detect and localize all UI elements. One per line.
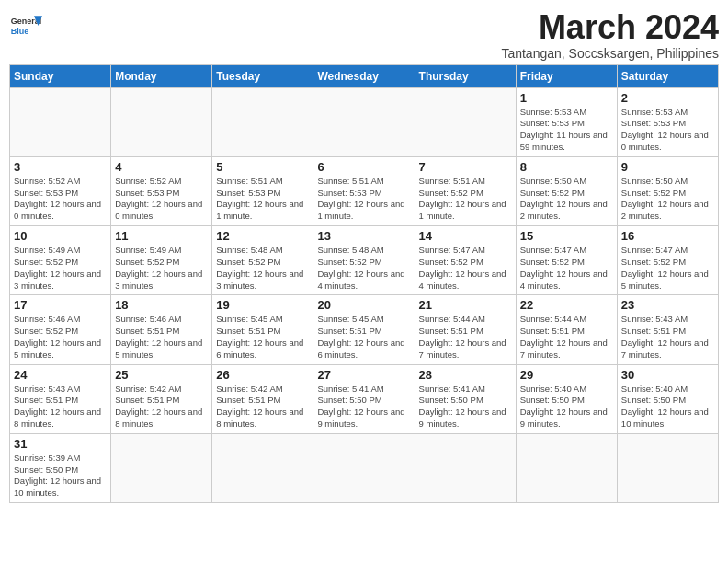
header-sunday: Sunday — [10, 64, 111, 87]
calendar-week-row: 10Sunrise: 5:49 AM Sunset: 5:52 PM Dayli… — [10, 226, 719, 295]
day-info: Sunrise: 5:40 AM Sunset: 5:50 PM Dayligh… — [621, 384, 714, 431]
day-info: Sunrise: 5:51 AM Sunset: 5:53 PM Dayligh… — [216, 176, 309, 223]
calendar-week-row: 31Sunrise: 5:39 AM Sunset: 5:50 PM Dayli… — [10, 433, 719, 502]
calendar-table: Sunday Monday Tuesday Wednesday Thursday… — [9, 64, 719, 504]
day-info: Sunrise: 5:45 AM Sunset: 5:51 PM Dayligh… — [317, 314, 410, 361]
day-info: Sunrise: 5:42 AM Sunset: 5:51 PM Dayligh… — [115, 384, 208, 431]
table-row: 26Sunrise: 5:42 AM Sunset: 5:51 PM Dayli… — [212, 364, 313, 433]
day-info: Sunrise: 5:47 AM Sunset: 5:52 PM Dayligh… — [621, 245, 714, 292]
day-number: 5 — [216, 160, 309, 174]
table-row — [212, 87, 313, 156]
calendar-week-row: 17Sunrise: 5:46 AM Sunset: 5:52 PM Dayli… — [10, 295, 719, 364]
day-info: Sunrise: 5:45 AM Sunset: 5:51 PM Dayligh… — [216, 314, 309, 361]
day-number: 26 — [216, 368, 309, 382]
day-number: 17 — [14, 298, 107, 312]
table-row: 3Sunrise: 5:52 AM Sunset: 5:53 PM Daylig… — [10, 156, 111, 225]
table-row: 20Sunrise: 5:45 AM Sunset: 5:51 PM Dayli… — [313, 295, 415, 364]
month-title: March 2024 — [501, 9, 719, 46]
day-number: 10 — [14, 229, 107, 243]
header-wednesday: Wednesday — [313, 64, 415, 87]
day-number: 2 — [621, 91, 714, 105]
day-info: Sunrise: 5:43 AM Sunset: 5:51 PM Dayligh… — [14, 384, 107, 431]
table-row: 11Sunrise: 5:49 AM Sunset: 5:52 PM Dayli… — [111, 226, 212, 295]
table-row: 16Sunrise: 5:47 AM Sunset: 5:52 PM Dayli… — [617, 226, 718, 295]
table-row — [415, 87, 516, 156]
day-number: 13 — [317, 229, 410, 243]
table-row: 12Sunrise: 5:48 AM Sunset: 5:52 PM Dayli… — [212, 226, 313, 295]
table-row: 28Sunrise: 5:41 AM Sunset: 5:50 PM Dayli… — [415, 364, 516, 433]
day-number: 21 — [419, 298, 512, 312]
table-row: 21Sunrise: 5:44 AM Sunset: 5:51 PM Dayli… — [415, 295, 516, 364]
calendar-week-row: 1Sunrise: 5:53 AM Sunset: 5:53 PM Daylig… — [10, 87, 719, 156]
table-row — [313, 433, 415, 502]
day-info: Sunrise: 5:43 AM Sunset: 5:51 PM Dayligh… — [621, 314, 714, 361]
day-info: Sunrise: 5:48 AM Sunset: 5:52 PM Dayligh… — [317, 245, 410, 292]
table-row — [111, 87, 212, 156]
day-number: 31 — [14, 437, 107, 451]
table-row: 13Sunrise: 5:48 AM Sunset: 5:52 PM Dayli… — [313, 226, 415, 295]
header: General Blue March 2024 Tantangan, Soccs… — [9, 9, 719, 61]
day-number: 19 — [216, 298, 309, 312]
table-row: 10Sunrise: 5:49 AM Sunset: 5:52 PM Dayli… — [10, 226, 111, 295]
table-row — [212, 433, 313, 502]
calendar-week-row: 24Sunrise: 5:43 AM Sunset: 5:51 PM Dayli… — [10, 364, 719, 433]
day-info: Sunrise: 5:40 AM Sunset: 5:50 PM Dayligh… — [520, 384, 613, 431]
day-info: Sunrise: 5:44 AM Sunset: 5:51 PM Dayligh… — [419, 314, 512, 361]
day-number: 29 — [520, 368, 613, 382]
table-row: 27Sunrise: 5:41 AM Sunset: 5:50 PM Dayli… — [313, 364, 415, 433]
table-row: 22Sunrise: 5:44 AM Sunset: 5:51 PM Dayli… — [516, 295, 617, 364]
day-info: Sunrise: 5:53 AM Sunset: 5:53 PM Dayligh… — [621, 107, 714, 154]
table-row — [10, 87, 111, 156]
logo: General Blue — [9, 9, 42, 42]
table-row: 1Sunrise: 5:53 AM Sunset: 5:53 PM Daylig… — [516, 87, 617, 156]
header-saturday: Saturday — [617, 64, 718, 87]
day-info: Sunrise: 5:52 AM Sunset: 5:53 PM Dayligh… — [14, 176, 107, 223]
table-row: 29Sunrise: 5:40 AM Sunset: 5:50 PM Dayli… — [516, 364, 617, 433]
table-row: 17Sunrise: 5:46 AM Sunset: 5:52 PM Dayli… — [10, 295, 111, 364]
day-info: Sunrise: 5:42 AM Sunset: 5:51 PM Dayligh… — [216, 384, 309, 431]
table-row — [313, 87, 415, 156]
header-monday: Monday — [111, 64, 212, 87]
day-info: Sunrise: 5:53 AM Sunset: 5:53 PM Dayligh… — [520, 107, 613, 154]
day-number: 7 — [419, 160, 512, 174]
day-info: Sunrise: 5:49 AM Sunset: 5:52 PM Dayligh… — [14, 245, 107, 292]
day-number: 3 — [14, 160, 107, 174]
day-number: 12 — [216, 229, 309, 243]
table-row: 4Sunrise: 5:52 AM Sunset: 5:53 PM Daylig… — [111, 156, 212, 225]
day-number: 20 — [317, 298, 410, 312]
table-row: 8Sunrise: 5:50 AM Sunset: 5:52 PM Daylig… — [516, 156, 617, 225]
day-info: Sunrise: 5:46 AM Sunset: 5:52 PM Dayligh… — [14, 314, 107, 361]
day-number: 24 — [14, 368, 107, 382]
table-row: 14Sunrise: 5:47 AM Sunset: 5:52 PM Dayli… — [415, 226, 516, 295]
day-number: 22 — [520, 298, 613, 312]
header-friday: Friday — [516, 64, 617, 87]
table-row: 6Sunrise: 5:51 AM Sunset: 5:53 PM Daylig… — [313, 156, 415, 225]
table-row: 31Sunrise: 5:39 AM Sunset: 5:50 PM Dayli… — [10, 433, 111, 502]
day-number: 6 — [317, 160, 410, 174]
location-subtitle: Tantangan, Soccsksargen, Philippines — [501, 46, 719, 61]
day-info: Sunrise: 5:52 AM Sunset: 5:53 PM Dayligh… — [115, 176, 208, 223]
day-number: 9 — [621, 160, 714, 174]
day-info: Sunrise: 5:41 AM Sunset: 5:50 PM Dayligh… — [317, 384, 410, 431]
table-row: 15Sunrise: 5:47 AM Sunset: 5:52 PM Dayli… — [516, 226, 617, 295]
table-row — [617, 433, 718, 502]
day-info: Sunrise: 5:47 AM Sunset: 5:52 PM Dayligh… — [520, 245, 613, 292]
table-row: 25Sunrise: 5:42 AM Sunset: 5:51 PM Dayli… — [111, 364, 212, 433]
header-tuesday: Tuesday — [212, 64, 313, 87]
day-number: 25 — [115, 368, 208, 382]
table-row: 30Sunrise: 5:40 AM Sunset: 5:50 PM Dayli… — [617, 364, 718, 433]
day-number: 28 — [419, 368, 512, 382]
day-number: 1 — [520, 91, 613, 105]
table-row — [415, 433, 516, 502]
day-info: Sunrise: 5:44 AM Sunset: 5:51 PM Dayligh… — [520, 314, 613, 361]
day-info: Sunrise: 5:48 AM Sunset: 5:52 PM Dayligh… — [216, 245, 309, 292]
svg-text:Blue: Blue — [11, 27, 29, 36]
generalblue-logo-icon: General Blue — [9, 9, 42, 42]
table-row: 7Sunrise: 5:51 AM Sunset: 5:52 PM Daylig… — [415, 156, 516, 225]
table-row — [111, 433, 212, 502]
day-info: Sunrise: 5:41 AM Sunset: 5:50 PM Dayligh… — [419, 384, 512, 431]
day-number: 11 — [115, 229, 208, 243]
day-number: 18 — [115, 298, 208, 312]
header-thursday: Thursday — [415, 64, 516, 87]
table-row: 9Sunrise: 5:50 AM Sunset: 5:52 PM Daylig… — [617, 156, 718, 225]
